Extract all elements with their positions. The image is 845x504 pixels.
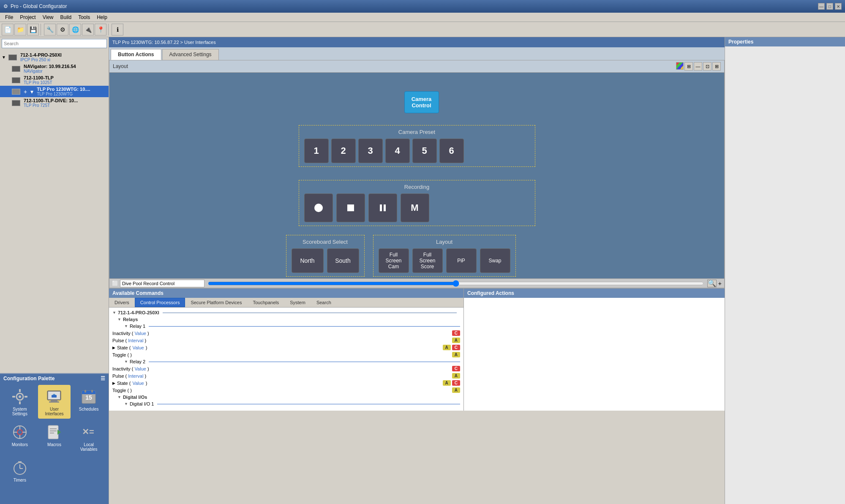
layout-min-btn[interactable]: — [694,62,702,71]
canvas-zoom-out[interactable]: 🔍 [707,280,717,287]
preset-btn-2[interactable]: 2 [331,139,356,163]
preset-btn-4[interactable]: 4 [385,139,410,163]
sb-btn-north[interactable]: North [292,248,324,273]
relay2-toggle-badge-a[interactable]: A [452,387,460,393]
cmd-tab-drivers[interactable]: Drivers [109,298,135,307]
cmd-tab-control-processors[interactable]: Control Processors [135,298,185,307]
menu-project[interactable]: Project [16,14,39,21]
rec-btn-stop[interactable] [336,193,365,222]
cmd-group-digital-ios[interactable]: ▼ Digital I/Os [111,394,462,400]
toolbar-settings[interactable]: ⚙ [57,24,68,35]
rec-btn-mark[interactable]: M [401,193,429,222]
cmd-relay1[interactable]: ▼ Relay 1 [111,323,462,330]
toolbar-build[interactable]: 🔧 [44,24,56,35]
relay2-state-badge-c[interactable]: C [452,380,460,386]
palette-item-macros[interactable]: Macros [38,420,71,454]
palette-item-local-variables[interactable]: ✕= LocalVariables [72,420,105,454]
layout-grid-btn[interactable]: ⊞ [684,62,693,71]
cmd-relay2[interactable]: ▼ Relay 2 [111,358,462,365]
cmd-tab-secure-platform[interactable]: Secure Platform Devices [185,298,247,307]
menu-file[interactable]: File [2,14,16,21]
cmd-relay1-inactivity[interactable]: Inactivity ( Value ) C [111,330,462,337]
preset-btn-5[interactable]: 5 [412,139,437,163]
palette-item-timers[interactable]: Timers [3,456,36,485]
preset-btn-6[interactable]: 6 [439,139,464,163]
palette-menu-icon[interactable]: ☰ [101,376,105,381]
relay1-state-badge-a[interactable]: A [443,345,451,350]
cmd-relay2-toggle[interactable]: Toggle ( ) A [111,387,462,394]
layout-expand-btn[interactable]: ⊞ [712,62,721,71]
cmd-relay1-state[interactable]: ▶ State ( Value ) A C [111,344,462,351]
menu-view[interactable]: View [39,14,57,21]
tab-button-actions[interactable]: Button Actions [111,49,161,60]
cmd-relay2-state[interactable]: ▶ State ( Value ) A C [111,379,462,387]
relay2-state-arrow[interactable]: ▶ [112,381,115,385]
cmd-relay1-pulse[interactable]: Pulse ( Interval ) A [111,337,462,344]
layout-btn-pip[interactable]: PiP [446,248,477,273]
preset-btn-3[interactable]: 3 [358,139,383,163]
relay1-pulse-badge-a[interactable]: A [452,338,460,343]
cmd-relay2-inactivity[interactable]: Inactivity ( Value ) C [111,365,462,372]
rec-btn-pause[interactable] [368,193,397,222]
layout-btn-fullscreen-cam[interactable]: FullScreenCam [379,248,409,273]
minimize-button[interactable]: — [818,3,825,10]
toolbar-connect[interactable]: 🔌 [82,24,94,35]
cmd-tab-touchpanels[interactable]: Touchpanels [247,298,284,307]
menu-build[interactable]: Build [57,14,75,21]
svg-text:✕=: ✕= [82,427,94,436]
relay2-pulse-label: Pulse ( Interval ) [112,373,146,379]
svg-rect-17 [91,390,93,392]
canvas-file-field[interactable] [120,280,204,287]
cmd-relay2-pulse[interactable]: Pulse ( Interval ) A [111,372,462,379]
maximize-button[interactable]: □ [826,3,833,10]
palette-item-schedules[interactable]: 15 Schedules [72,385,105,419]
relay2-state-badge-a[interactable]: A [443,380,451,386]
cmd-group-relays[interactable]: ▼ Relays [111,316,462,323]
device-tree: ▼ 712-1-4-PRO-250XI IPCP Pro 250 xi NAVi… [0,50,109,373]
relay2-inactivity-badge-c[interactable]: C [452,366,460,371]
layout-fit-btn[interactable]: ⊡ [703,62,711,71]
canvas-scrollbar-track[interactable] [208,281,704,286]
layout-btn-fullscreen-score[interactable]: FullScreenScore [412,248,443,273]
toolbar-new[interactable]: 📄 [2,24,14,35]
tree-item-dev1[interactable]: ▼ 712-1-4-PRO-250XI IPCP Pro 250 xi [0,52,109,63]
toolbar-location[interactable]: 📍 [95,24,106,35]
layout-btn-swap[interactable]: Swap [480,248,510,273]
palette-item-user-interfaces[interactable]: UserInterfaces [38,385,71,419]
cmd-digital-io-1[interactable]: ▼ Digital I/O 1 [111,400,462,407]
toolbar-globe[interactable]: 🌐 [69,24,81,35]
tab-advanced-settings[interactable]: Advanced Settings [162,49,219,60]
toolbar-info[interactable]: ℹ [112,24,123,35]
relay2-pulse-badge-a[interactable]: A [452,373,460,379]
tree-item-dev2[interactable]: NAVigator: 10.99.216.54 NAVigator [0,63,109,74]
toolbar-open[interactable]: 📁 [14,24,26,35]
relay1-state-arrow[interactable]: ▶ [112,346,115,350]
rec-btn-record[interactable] [304,193,333,222]
cam-control-button[interactable]: CameraControl [404,91,439,113]
macros-icon [45,423,63,441]
tree-item-dev4[interactable]: + ▾ TLP Pro 1230WTG: 10.... TLP Pro 1230… [0,86,109,97]
cmd-device-root[interactable]: ▼ 712-1-4-PRO-250XI [111,309,462,316]
cmd-tab-system[interactable]: System [284,298,311,307]
tree-item-dev5[interactable]: 712-1100-TLP-DIVE: 10... TLP Pro 725T [0,97,109,109]
window-controls[interactable]: — □ ✕ [818,3,842,10]
relay1-toggle-badge-a[interactable]: A [452,352,460,357]
cmd-relay1-toggle[interactable]: Toggle ( ) A [111,351,462,358]
layout-color-btn[interactable] [676,62,684,70]
cmd-tab-search[interactable]: Search [311,298,337,307]
expand-icon[interactable]: ▾ [30,88,33,95]
relay1-state-badge-c[interactable]: C [452,345,460,350]
palette-item-monitors[interactable]: Monitors [3,420,36,454]
menu-help[interactable]: Help [93,14,111,21]
tree-item-dev3[interactable]: 712-1100-TLP TLP Pro 1025T [0,74,109,86]
preset-btn-1[interactable]: 1 [304,139,329,163]
search-input[interactable] [2,39,107,48]
relay1-inactivity-badge-c[interactable]: C [452,330,460,336]
close-button[interactable]: ✕ [835,3,842,10]
add-icon[interactable]: + [24,88,27,95]
sb-btn-south[interactable]: South [327,248,359,273]
menu-tools[interactable]: Tools [75,14,93,21]
svg-text:15: 15 [85,394,92,401]
toolbar-save[interactable]: 💾 [27,24,39,35]
palette-item-system-settings[interactable]: SystemSettings [3,385,36,419]
